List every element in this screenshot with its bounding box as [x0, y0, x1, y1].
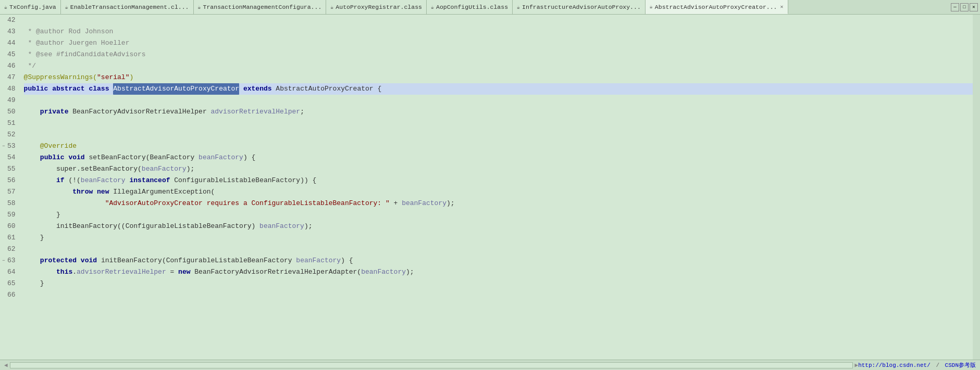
code-segment: IllegalArgumentException(: [109, 186, 215, 198]
fold-cell-50: [0, 106, 7, 118]
line-number-48: 48: [7, 83, 19, 95]
code-segment: }: [24, 232, 44, 244]
window-controls: — □ ✕: [950, 3, 980, 11]
line-number-59: 59: [7, 209, 19, 221]
tab-txconfig[interactable]: ☕ TxConfig.java: [0, 0, 61, 14]
code-line-60: initBeanFactory((ConfigurableListableBea…: [24, 221, 973, 232]
code-segment: beanFactory: [402, 198, 446, 209]
line-number-51: 51: [7, 118, 19, 129]
code-line-48: public abstract class AbstractAdvisorAut…: [24, 83, 973, 95]
code-segment: private: [40, 106, 69, 118]
code-segment: BeanFactoryAdvisorRetrievalHelper: [68, 106, 210, 118]
fold-cell-57: [0, 186, 7, 198]
code-line-51: [24, 118, 973, 129]
code-line-54: public void setBeanFactory(BeanFactory b…: [24, 152, 973, 163]
code-segment: abstract: [52, 83, 84, 95]
code-segment: Johnson: [85, 26, 114, 37]
link1[interactable]: http://blog.csdn.net/: [858, 362, 931, 368]
code-line-64: this.advisorRetrievalHelper = new BeanFa…: [24, 266, 973, 278]
line-number-57: 57: [7, 186, 19, 198]
code-line-56: if (!(beanFactory instanceof Configurabl…: [24, 175, 973, 186]
link2[interactable]: CSDN参考版: [945, 362, 976, 368]
fold-cell-44: [0, 37, 7, 49]
code-segment: public: [40, 152, 65, 163]
code-line-43: * @author Rod Johnson: [24, 26, 973, 37]
tab-autoproxyregistrar[interactable]: ☕ AutoProxyRegistrar.class: [326, 0, 427, 14]
right-scrollbar[interactable]: [973, 15, 980, 370]
close-button[interactable]: ✕: [970, 3, 978, 11]
code-segment: new: [178, 266, 190, 278]
line-number-43: 43: [7, 26, 19, 37]
horizontal-scrollbar[interactable]: [10, 362, 853, 368]
tab-txmgmtconfig[interactable]: ☕ TransactionManagementConfigura...: [194, 0, 327, 14]
code-line-44: * @author Juergen Hoeller: [24, 37, 973, 49]
code-segment: [48, 83, 52, 95]
tab-abstractadvisor[interactable]: ☕ AbstractAdvisorAutoProxyCreator... ✕: [646, 0, 788, 14]
code-segment: public: [24, 83, 48, 95]
code-segment: );: [304, 221, 313, 232]
java-icon: ☕: [4, 4, 7, 10]
code-segment: advisorRetrievalHelper: [210, 106, 300, 118]
code-segment: beanFactory: [296, 255, 341, 266]
tab-enabletransaction[interactable]: ☕ EnableTransactionManagement.cl...: [61, 0, 194, 14]
code-segment: setBeanFactory(BeanFactory: [85, 152, 199, 163]
code-segment: * @author Rod: [24, 26, 85, 37]
line-number-56: 56: [7, 175, 19, 186]
fold-cell-65: [0, 278, 7, 289]
line-number-62: 62: [7, 244, 19, 255]
code-segment: [239, 83, 243, 95]
code-segment: ) {: [243, 152, 255, 163]
fold-cell-63[interactable]: −: [0, 255, 7, 266]
code-segment: initBeanFactory(ConfigurableListableBean…: [97, 255, 296, 266]
code-segment: +: [390, 198, 402, 209]
maximize-button[interactable]: □: [960, 3, 969, 11]
code-line-58: "AdvisorAutoProxyCreator requires a Conf…: [24, 198, 973, 209]
tab-aopconfigutils[interactable]: ☕ AopConfigUtils.class: [427, 0, 513, 14]
line-number-52: 52: [7, 129, 19, 141]
fold-cell-53[interactable]: −: [0, 141, 7, 152]
code-line-61: }: [24, 232, 973, 244]
line-number-64: 64: [7, 266, 19, 278]
code-line-63: protected void initBeanFactory(Configura…: [24, 255, 973, 266]
code-line-50: private BeanFactoryAdvisorRetrievalHelpe…: [24, 106, 973, 118]
scroll-right-arrow[interactable]: ▶: [855, 362, 859, 368]
line-number-61: 61: [7, 232, 19, 244]
tab-close-button[interactable]: ✕: [780, 4, 784, 10]
code-content[interactable]: * @author Rod Johnson * @author Juergen …: [19, 15, 973, 370]
java-icon-4: ☕: [330, 4, 333, 10]
java-icon-5: ☕: [431, 4, 434, 10]
code-segment: =: [166, 266, 178, 278]
java-icon-2: ☕: [65, 4, 68, 10]
code-segment: @Override: [24, 141, 77, 152]
fold-cell-48: [0, 83, 7, 95]
line-number-63: 63: [7, 255, 19, 266]
fold-cell-56: [0, 175, 7, 186]
code-segment: [126, 175, 130, 186]
line-number-42: 42: [7, 15, 19, 26]
code-segment: AbstractAutoProxyCreator {: [272, 83, 382, 95]
code-segment: * @see #findCandidateAdvisors: [24, 49, 146, 60]
code-segment: * @author Juergen Hoeller: [24, 37, 130, 49]
java-icon-7: ☕: [650, 4, 653, 10]
code-segment: throw: [72, 186, 93, 198]
minimize-button[interactable]: —: [951, 3, 959, 11]
fold-column: −−: [0, 15, 7, 370]
fold-cell-47: [0, 72, 7, 83]
code-segment: (!(: [65, 175, 81, 186]
code-segment: instanceof: [130, 175, 170, 186]
line-number-47: 47: [7, 72, 19, 83]
code-segment: advisorRetrievalHelper: [77, 266, 166, 278]
code-line-55: super.setBeanFactory(beanFactory);: [24, 163, 973, 175]
fold-cell-58: [0, 198, 7, 209]
code-segment: class: [89, 83, 109, 95]
code-segment: );: [406, 266, 414, 278]
scroll-left-arrow[interactable]: ◀: [0, 362, 8, 368]
bottom-links: http://blog.csdn.net/ / CSDN参考版: [858, 361, 980, 369]
fold-cell-59: [0, 209, 7, 221]
fold-cell-52: [0, 129, 7, 141]
line-number-58: 58: [7, 198, 19, 209]
fold-cell-49: [0, 95, 7, 106]
code-segment: [24, 152, 40, 163]
code-segment: [93, 186, 97, 198]
tab-infrastructureadvisor[interactable]: ☕ InfrastructureAdvisorAutoProxy...: [513, 0, 646, 14]
